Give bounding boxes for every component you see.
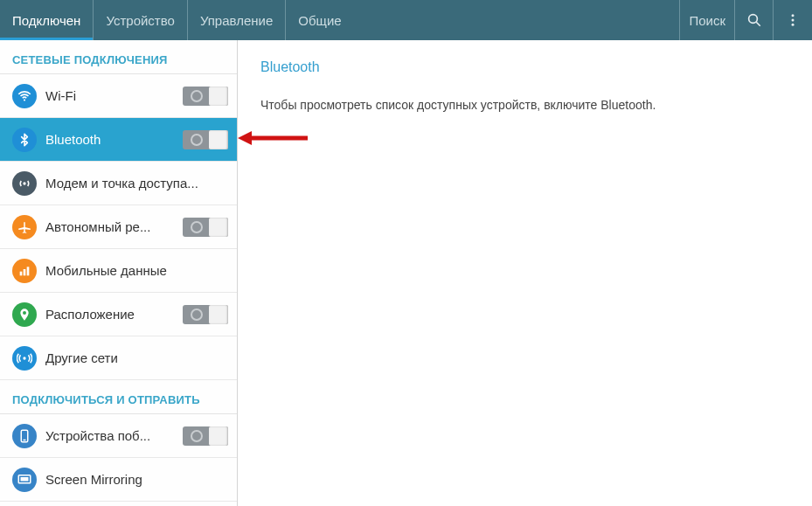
network-icon	[12, 346, 37, 371]
svg-point-4	[792, 24, 795, 26]
svg-point-10	[23, 357, 25, 359]
sidebar: СЕТЕВЫЕ ПОДКЛЮЧЕНИЯ Wi-Fi Bluetooth Моде…	[0, 40, 238, 506]
content-text: Чтобы просмотреть список доступных устро…	[260, 98, 789, 112]
top-bar: Подключен Устройство Управление Общие По…	[0, 0, 812, 40]
tab-connections[interactable]: Подключен	[0, 0, 94, 40]
wifi-icon	[12, 84, 37, 108]
sidebar-item-nearby-devices[interactable]: Устройства поб...	[0, 414, 237, 458]
sidebar-item-label: Другие сети	[45, 350, 228, 365]
content-title: Bluetooth	[260, 59, 789, 75]
search-icon	[746, 12, 762, 28]
svg-rect-8	[24, 269, 26, 275]
nearby-toggle[interactable]	[183, 426, 228, 446]
tab-general[interactable]: Общие	[286, 0, 353, 40]
wifi-toggle[interactable]	[183, 87, 228, 106]
sidebar-item-label: Автономный ре...	[45, 219, 174, 234]
sidebar-item-label: Bluetooth	[45, 132, 174, 147]
data-icon	[12, 259, 37, 283]
tab-controls[interactable]: Управление	[188, 0, 286, 40]
sidebar-item-label: Расположение	[45, 307, 174, 322]
sidebar-item-bluetooth[interactable]: Bluetooth	[0, 118, 237, 162]
search-button[interactable]	[735, 0, 774, 40]
tab-label: Управление	[200, 13, 273, 28]
sidebar-item-label: Wi-Fi	[45, 88, 174, 103]
section-title-network: СЕТЕВЫЕ ПОДКЛЮЧЕНИЯ	[0, 40, 237, 74]
sidebar-item-screen-mirroring[interactable]: Screen Mirroring	[0, 458, 237, 502]
location-icon	[12, 302, 37, 327]
bluetooth-icon	[12, 128, 37, 152]
bluetooth-toggle[interactable]	[183, 130, 228, 149]
svg-point-6	[23, 182, 25, 184]
svg-rect-9	[27, 267, 30, 275]
tab-label: Подключен	[12, 13, 80, 28]
spacer	[354, 0, 680, 40]
search-label[interactable]: Поиск	[679, 0, 735, 40]
svg-line-1	[756, 22, 760, 26]
svg-point-5	[24, 99, 25, 101]
sidebar-item-wifi[interactable]: Wi-Fi	[0, 74, 237, 118]
sidebar-item-label: Модем и точка доступа...	[45, 176, 228, 191]
sidebar-item-tethering[interactable]: Модем и точка доступа...	[0, 162, 237, 205]
sidebar-item-label: Screen Mirroring	[45, 472, 228, 487]
svg-point-3	[792, 19, 795, 22]
search-text: Поиск	[689, 13, 725, 28]
svg-point-2	[792, 14, 795, 17]
more-icon	[785, 12, 801, 28]
sidebar-item-more-networks[interactable]: Другие сети	[0, 336, 237, 380]
nearby-icon	[12, 424, 37, 448]
svg-rect-7	[20, 271, 23, 275]
body: СЕТЕВЫЕ ПОДКЛЮЧЕНИЯ Wi-Fi Bluetooth Моде…	[0, 40, 812, 506]
more-button[interactable]	[774, 0, 812, 40]
sidebar-item-airplane[interactable]: Автономный ре...	[0, 205, 237, 249]
hotspot-icon	[12, 171, 37, 196]
sidebar-item-location[interactable]: Расположение	[0, 293, 237, 336]
svg-point-0	[748, 15, 757, 24]
sidebar-item-mobile-data[interactable]: Мобильные данные	[0, 249, 237, 293]
mirror-icon	[12, 468, 37, 492]
location-toggle[interactable]	[183, 305, 228, 324]
tab-device[interactable]: Устройство	[94, 0, 187, 40]
svg-rect-13	[21, 477, 29, 482]
airplane-icon	[12, 215, 37, 239]
sidebar-item-label: Мобильные данные	[45, 263, 228, 278]
airplane-toggle[interactable]	[183, 218, 228, 237]
tab-label: Общие	[298, 13, 341, 28]
tab-label: Устройство	[106, 13, 174, 28]
content-pane: Bluetooth Чтобы просмотреть список досту…	[238, 40, 812, 506]
section-title-connect-share: ПОДКЛЮЧИТЬСЯ И ОТПРАВИТЬ	[0, 380, 237, 414]
sidebar-item-label: Устройства поб...	[45, 428, 174, 443]
